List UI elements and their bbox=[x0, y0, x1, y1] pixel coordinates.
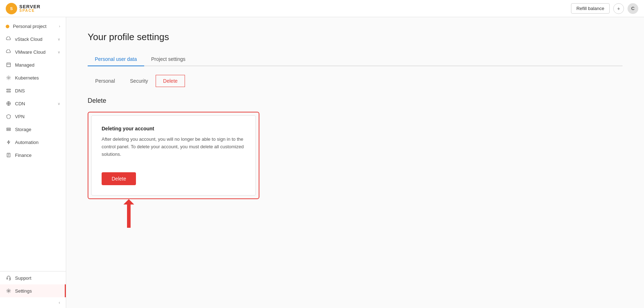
sidebar-item-vmware-cloud[interactable]: VMware Cloud ∨ bbox=[0, 45, 66, 58]
svg-rect-6 bbox=[7, 130, 11, 131]
avatar[interactable]: C bbox=[628, 3, 638, 14]
sidebar-item-cdn[interactable]: CDN ∨ bbox=[0, 97, 66, 110]
logo-bottom: SPACE bbox=[19, 9, 40, 13]
sidebar-item-managed[interactable]: Managed bbox=[0, 58, 66, 71]
sidebar-item-label: VPN bbox=[15, 114, 25, 119]
svg-point-10 bbox=[8, 290, 9, 292]
project-dot-icon bbox=[6, 25, 9, 28]
delete-card-title: Deleting your account bbox=[102, 126, 245, 131]
svg-rect-9 bbox=[10, 278, 11, 279]
arrow-icon bbox=[116, 199, 152, 228]
sidebar-item-label: vStack Cloud bbox=[15, 37, 43, 42]
top-tabs: Personal user data Project settings bbox=[88, 53, 623, 66]
tab-security[interactable]: Security bbox=[122, 75, 156, 87]
navbar: S SERVER SPACE Refill balance + C bbox=[0, 0, 644, 17]
sidebar-item-automation[interactable]: Automation bbox=[0, 136, 66, 149]
svg-point-1 bbox=[8, 77, 9, 78]
sidebar: Personal project › vStack Cloud ∨ VMware… bbox=[0, 17, 66, 308]
delete-card-wrapper: Deleting your account After deleting you… bbox=[88, 112, 259, 199]
tab-delete[interactable]: Delete bbox=[156, 75, 185, 87]
sub-tabs: Personal Security Delete bbox=[88, 75, 623, 87]
sidebar-item-finance[interactable]: Finance bbox=[0, 149, 66, 162]
cloud-icon bbox=[6, 36, 11, 42]
delete-card-description: After deleting you account, you will no … bbox=[102, 136, 245, 158]
sidebar-bottom: Support Settings ‹ bbox=[0, 271, 66, 308]
sidebar-item-support[interactable]: Support bbox=[0, 271, 66, 284]
box-icon bbox=[6, 62, 11, 68]
sidebar-item-label: Storage bbox=[15, 127, 31, 132]
section-title: Delete bbox=[88, 97, 623, 105]
collapse-icon: ‹ bbox=[59, 300, 60, 305]
navbar-right: Refill balance + C bbox=[571, 3, 638, 14]
svg-rect-2 bbox=[7, 89, 11, 90]
chevron-down-icon: ∨ bbox=[58, 102, 60, 106]
settings-gear-icon bbox=[6, 288, 11, 294]
sidebar-item-personal-project[interactable]: Personal project › bbox=[0, 20, 66, 33]
sidebar-item-label: Automation bbox=[15, 140, 39, 145]
svg-marker-11 bbox=[123, 199, 134, 228]
sidebar-item-kubernetes[interactable]: Kubernetes bbox=[0, 71, 66, 84]
chevron-down-icon: ∨ bbox=[58, 37, 60, 41]
chevron-down-icon: ∨ bbox=[58, 50, 60, 54]
logo-text: SERVER SPACE bbox=[19, 4, 40, 13]
add-button[interactable]: + bbox=[613, 3, 624, 14]
dns-icon bbox=[6, 88, 11, 93]
delete-card: Deleting your account After deleting you… bbox=[91, 115, 256, 196]
navbar-left: S SERVER SPACE bbox=[6, 3, 40, 14]
finance-icon bbox=[6, 152, 11, 158]
headset-icon bbox=[6, 275, 11, 281]
sidebar-item-label: Kubernetes bbox=[15, 75, 39, 81]
sidebar-item-label: Managed bbox=[15, 62, 34, 68]
sidebar-item-settings[interactable]: Settings bbox=[0, 284, 66, 297]
chevron-right-icon: › bbox=[59, 24, 60, 28]
sidebar-item-label: VMware Cloud bbox=[15, 49, 45, 55]
sidebar-item-label: DNS bbox=[15, 88, 25, 93]
svg-rect-8 bbox=[7, 278, 8, 279]
sidebar-item-vstack-cloud[interactable]: vStack Cloud ∨ bbox=[0, 33, 66, 45]
main-content: Your profile settings Personal user data… bbox=[66, 17, 644, 308]
bolt-icon bbox=[6, 139, 11, 145]
sidebar-item-storage[interactable]: Storage bbox=[0, 123, 66, 136]
sidebar-item-dns[interactable]: DNS bbox=[0, 84, 66, 97]
gear-icon bbox=[6, 75, 11, 81]
sidebar-item-label: CDN bbox=[15, 101, 25, 106]
arrow-annotation bbox=[116, 199, 152, 228]
sidebar-item-label: Finance bbox=[15, 153, 31, 158]
sidebar-item-label: Personal project bbox=[13, 24, 47, 29]
shield-icon bbox=[6, 114, 11, 119]
storage-icon bbox=[6, 126, 11, 132]
logo-icon: S bbox=[6, 3, 17, 14]
svg-rect-5 bbox=[7, 128, 11, 129]
tab-project-settings[interactable]: Project settings bbox=[144, 53, 193, 66]
sidebar-item-label: Support bbox=[15, 275, 31, 281]
page-title: Your profile settings bbox=[88, 32, 623, 43]
sidebar-item-vpn[interactable]: VPN bbox=[0, 110, 66, 123]
svg-rect-3 bbox=[7, 91, 11, 92]
sidebar-item-label: Settings bbox=[15, 288, 32, 294]
refill-balance-button[interactable]: Refill balance bbox=[571, 3, 610, 14]
sidebar-collapse-button[interactable]: ‹ bbox=[0, 297, 66, 308]
layout: Personal project › vStack Cloud ∨ VMware… bbox=[0, 17, 644, 308]
svg-rect-0 bbox=[7, 63, 11, 67]
tab-personal-user-data[interactable]: Personal user data bbox=[88, 53, 144, 66]
delete-account-button[interactable]: Delete bbox=[102, 172, 136, 185]
cloud-icon bbox=[6, 49, 11, 55]
globe-icon bbox=[6, 101, 11, 106]
logo: S SERVER SPACE bbox=[6, 3, 40, 14]
tab-personal[interactable]: Personal bbox=[88, 75, 122, 87]
